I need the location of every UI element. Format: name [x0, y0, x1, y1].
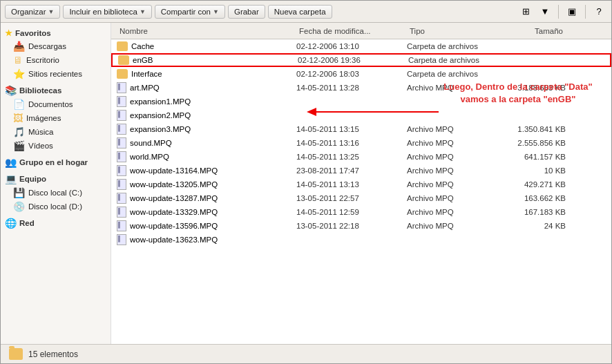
table-row[interactable]: wow-update-13623.MPQ: [111, 233, 611, 247]
incluir-button[interactable]: Incluir en biblioteca ▼: [63, 5, 151, 19]
images-icon: 🖼: [13, 113, 23, 124]
sidebar: ★ Favoritos 📥 Descargas 🖥 Escritorio ⭐ S…: [1, 23, 111, 344]
status-bar: 15 elementos: [1, 344, 611, 363]
table-row[interactable]: Interface02-12-2006 18:03Carpeta de arch…: [111, 67, 611, 81]
desktop-icon: 🖥: [13, 55, 23, 66]
compartir-chevron-icon: ▼: [213, 8, 219, 15]
compartir-button[interactable]: Compartir con ▼: [155, 5, 225, 19]
file-icon: [117, 220, 126, 231]
disk-d-icon: 💿: [13, 201, 25, 212]
grupo-header[interactable]: 👥 Grupo en el hogar: [1, 155, 111, 169]
folder-icon: [117, 41, 128, 51]
table-row[interactable]: Cache02-12-2006 13:10Carpeta de archivos: [111, 39, 611, 53]
table-row[interactable]: expansion3.MPQ14-05-2011 13:15Archivo MP…: [111, 122, 611, 136]
table-row[interactable]: world.MPQ14-05-2011 13:25Archivo MPQ641.…: [111, 150, 611, 164]
favoritos-section: ★ Favoritos 📥 Descargas 🖥 Escritorio ⭐ S…: [1, 27, 111, 81]
file-icon: [117, 124, 126, 135]
sidebar-item-documentos[interactable]: 📄 Documentos: [1, 97, 111, 111]
help-icon[interactable]: ?: [591, 3, 607, 20]
file-icon: [117, 234, 126, 245]
favoritos-header[interactable]: ★ Favoritos: [1, 27, 111, 39]
sidebar-item-disco-d[interactable]: 💿 Disco local (D:): [1, 200, 111, 213]
docs-icon: 📄: [13, 99, 25, 110]
videos-icon: 🎬: [13, 140, 25, 151]
sidebar-item-escritorio[interactable]: 🖥 Escritorio: [1, 53, 111, 67]
table-row[interactable]: wow-update-13287.MPQ13-05-2011 22:57Arch…: [111, 191, 611, 205]
main-container: ★ Favoritos 📥 Descargas 🖥 Escritorio ⭐ S…: [1, 23, 611, 344]
red-header[interactable]: 🌐 Red: [1, 216, 111, 230]
table-row[interactable]: sound.MPQ14-05-2011 13:16Archivo MPQ2.55…: [111, 136, 611, 150]
toolbar-right: ⊞ ▼ ▣ ?: [517, 3, 607, 20]
star-icon: ★: [5, 28, 12, 38]
col-name-header[interactable]: Nombre: [117, 26, 296, 37]
content-area: Nombre Fecha de modifica... Tipo Tamaño …: [111, 23, 611, 344]
organizar-chevron-icon: ▼: [48, 8, 55, 15]
preview-pane-icon[interactable]: ▣: [564, 3, 580, 20]
equipo-section: 💻 Equipo 💾 Disco local (C:) 💿 Disco loca…: [1, 172, 111, 213]
file-list: Luego, Dentro de la carpeta "Data" vamos…: [111, 39, 611, 344]
grabar-button[interactable]: Grabar: [228, 5, 265, 19]
column-headers: Nombre Fecha de modifica... Tipo Tamaño: [111, 23, 611, 39]
organizar-button[interactable]: Organizar ▼: [5, 5, 60, 19]
file-icon: [117, 165, 126, 176]
file-icon: [117, 179, 126, 190]
table-row[interactable]: wow-update-13596.MPQ13-05-2011 22:18Arch…: [111, 219, 611, 233]
file-icon: [117, 96, 126, 107]
sidebar-item-musica[interactable]: 🎵 Música: [1, 125, 111, 139]
library-icon: 📚: [5, 85, 17, 96]
file-icon: [117, 193, 126, 204]
bibliotecas-section: 📚 Bibliotecas 📄 Documentos 🖼 Imágenes 🎵 …: [1, 84, 111, 153]
network-icon: 🌐: [5, 218, 17, 229]
red-section: 🌐 Red: [1, 216, 111, 230]
status-folder-icon: [9, 348, 23, 360]
grupo-section: 👥 Grupo en el hogar: [1, 155, 111, 169]
table-row[interactable]: expansion1.MPQ: [111, 95, 611, 108]
folder-icon: [118, 55, 129, 65]
file-icon: [117, 82, 126, 93]
file-icon: [117, 110, 126, 121]
music-icon: 🎵: [13, 126, 25, 137]
equipo-header[interactable]: 💻 Equipo: [1, 172, 111, 186]
table-row[interactable]: wow-update-13164.MPQ23-08-2011 17:47Arch…: [111, 164, 611, 178]
toolbar: Organizar ▼ Incluir en biblioteca ▼ Comp…: [1, 1, 611, 23]
table-row[interactable]: wow-update-13205.MPQ14-05-2011 13:13Arch…: [111, 178, 611, 191]
table-row[interactable]: wow-update-13329.MPQ14-05-2011 12:59Arch…: [111, 205, 611, 219]
computer-icon: 💻: [5, 173, 17, 184]
nueva-carpeta-button[interactable]: Nueva carpeta: [268, 5, 332, 19]
bibliotecas-header[interactable]: 📚 Bibliotecas: [1, 84, 111, 97]
col-size-header[interactable]: Tamaño: [497, 26, 566, 37]
file-icon: [117, 207, 126, 218]
disk-c-icon: 💾: [13, 187, 25, 198]
folder-icon: [117, 69, 128, 79]
sidebar-item-videos[interactable]: 🎬 Vídeos: [1, 139, 111, 153]
col-type-header[interactable]: Tipo: [407, 26, 497, 37]
status-count: 15 elementos: [28, 349, 78, 359]
sidebar-item-sitios-recientes[interactable]: ⭐ Sitios recientes: [1, 67, 111, 81]
sidebar-item-disco-c[interactable]: 💾 Disco local (C:): [1, 186, 111, 200]
folder-icon: 📥: [13, 41, 25, 52]
view-list-icon[interactable]: ⊞: [517, 3, 534, 20]
table-row[interactable]: expansion2.MPQ: [111, 108, 611, 122]
recent-icon: ⭐: [13, 68, 25, 79]
sidebar-item-descargas[interactable]: 📥 Descargas: [1, 39, 111, 53]
table-row[interactable]: enGB02-12-2006 19:36Carpeta de archivos: [111, 53, 611, 67]
sidebar-item-imagenes[interactable]: 🖼 Imágenes: [1, 111, 111, 125]
group-icon: 👥: [5, 157, 17, 168]
table-row[interactable]: art.MPQ14-05-2011 13:28Archivo MPQ3.188.…: [111, 81, 611, 95]
file-rows-container: Cache02-12-2006 13:10Carpeta de archivos…: [111, 39, 611, 247]
incluir-chevron-icon: ▼: [140, 8, 146, 15]
view-chevron-icon[interactable]: ▼: [537, 3, 553, 20]
file-icon: [117, 137, 126, 149]
col-date-header[interactable]: Fecha de modifica...: [296, 26, 407, 37]
file-icon: [117, 151, 126, 162]
